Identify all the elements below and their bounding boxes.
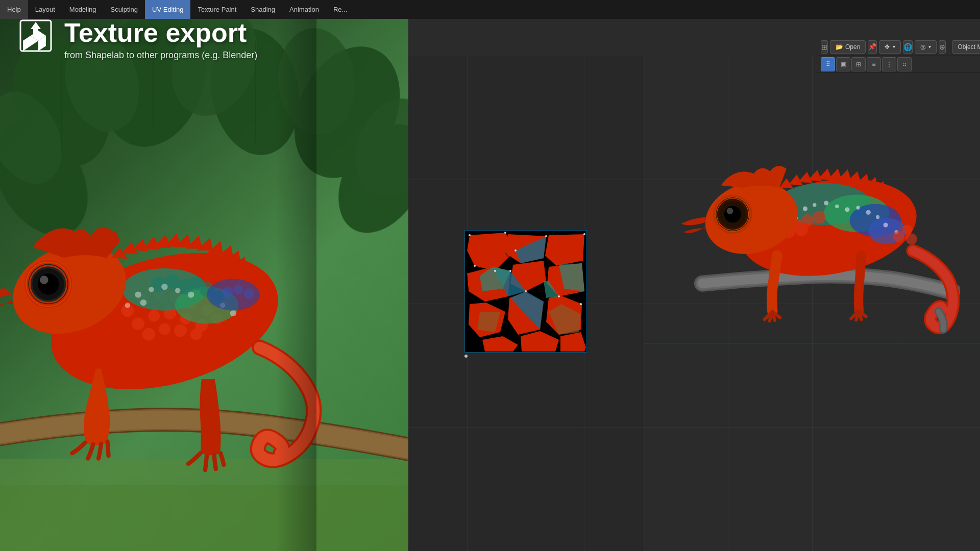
svg-point-41 (135, 291, 141, 297)
mode-lines-button[interactable]: ≡ (867, 57, 881, 71)
svg-marker-107 (464, 330, 469, 352)
chameleon-left-svg (0, 31, 408, 551)
svg-marker-156 (798, 172, 813, 183)
svg-point-109 (504, 232, 506, 234)
title-overlay: Texture export from Shapelab to other pr… (15, 15, 257, 61)
svg-point-113 (545, 235, 547, 237)
lines-icon: ≡ (872, 61, 875, 68)
menu-animation[interactable]: Animation (282, 0, 326, 19)
svg-point-110 (514, 249, 517, 252)
svg-point-108 (469, 234, 471, 236)
chameleon-3d-render (679, 81, 960, 336)
svg-point-24 (148, 310, 160, 322)
svg-point-144 (902, 224, 912, 235)
dots-icon: ⠿ (826, 61, 830, 68)
svg-point-45 (188, 291, 194, 297)
menu-shading[interactable]: Shading (243, 0, 282, 19)
snap-button[interactable]: ⊕ (939, 40, 946, 54)
transform-icon: ✥ (885, 43, 890, 51)
x-axis-line (644, 343, 980, 343)
svg-point-117 (558, 295, 560, 297)
folder-icon: 📂 (836, 43, 843, 51)
globe-icon: 🌐 (903, 43, 912, 51)
menu-help[interactable]: Help (0, 0, 28, 19)
menu-layout[interactable]: Layout (28, 0, 62, 19)
svg-point-42 (149, 287, 154, 292)
grid-icon: ⊞ (856, 61, 861, 68)
shapelab-logo (18, 18, 54, 54)
svg-point-29 (142, 328, 155, 341)
menu-uv-editing[interactable]: UV Editing (145, 0, 190, 19)
second-toolbar: ⊞ 📂 Open 📌 ✥ 🌐 ◎ ⊕ Object Mode View S (817, 38, 980, 56)
uv-canvas-marker (464, 355, 468, 358)
square-icon: ▣ (841, 61, 846, 68)
uv-texture-canvas[interactable] (464, 230, 587, 353)
promo-subtitle: from Shapelab to other programs (e.g. Bl… (64, 50, 257, 61)
promo-title-block: Texture export from Shapelab to other pr… (64, 15, 257, 61)
chameleon-3d-svg (679, 81, 960, 336)
pin-icon: 📌 (868, 43, 876, 51)
view-button[interactable]: ⊞ (821, 40, 828, 54)
dots2-icon: ⋮ (886, 61, 892, 68)
mode-pattern-button[interactable]: ⠶ (897, 57, 912, 71)
svg-point-130 (835, 205, 839, 208)
svg-point-115 (509, 270, 511, 272)
top-menubar: Help Layout Modeling Sculpting UV Editin… (0, 0, 980, 19)
mode-square-button[interactable]: ▣ (836, 57, 850, 71)
svg-point-142 (795, 223, 808, 236)
menu-texture-paint[interactable]: Texture Paint (190, 0, 243, 19)
svg-point-127 (803, 206, 807, 211)
promo-panel: Texture export from Shapelab to other pr… (0, 0, 408, 551)
svg-marker-157 (808, 170, 822, 182)
svg-point-151 (727, 208, 733, 214)
svg-point-116 (525, 290, 527, 292)
svg-point-58 (38, 273, 59, 294)
svg-point-23 (132, 317, 144, 330)
menu-rendering[interactable]: Re... (326, 0, 354, 19)
menu-modeling[interactable]: Modeling (62, 0, 104, 19)
pivot-button[interactable]: ◎ (915, 40, 937, 54)
svg-point-32 (190, 329, 202, 340)
svg-point-131 (845, 207, 849, 212)
promo-background: Texture export from Shapelab to other pr… (0, 0, 408, 551)
pattern-icon: ⠶ (902, 61, 907, 68)
svg-point-133 (866, 210, 871, 215)
svg-point-47 (140, 299, 146, 306)
promo-main-title: Texture export (64, 19, 257, 46)
svg-point-44 (175, 288, 180, 293)
panel-edge (276, 0, 316, 551)
blender-viewport-area: ⊞ 📂 Open 📌 ✥ 🌐 ◎ ⊕ Object Mode View S (408, 19, 980, 551)
3d-viewport (644, 56, 980, 551)
svg-marker-62 (112, 247, 128, 259)
svg-point-59 (40, 276, 48, 284)
svg-point-129 (824, 201, 828, 205)
pivot-icon: ◎ (920, 43, 925, 51)
pin-button[interactable]: 📌 (868, 40, 877, 54)
svg-point-112 (474, 265, 476, 267)
svg-point-53 (244, 288, 255, 299)
object-mode-button[interactable]: Object Mode (952, 40, 980, 54)
globe-button[interactable]: 🌐 (903, 40, 913, 54)
svg-point-49 (230, 310, 236, 316)
mode-dots2-button[interactable]: ⋮ (882, 57, 896, 71)
svg-point-52 (234, 285, 243, 294)
menu-sculpting[interactable]: Sculpting (104, 0, 145, 19)
svg-point-118 (580, 303, 582, 305)
svg-point-140 (813, 211, 826, 224)
svg-point-145 (906, 234, 917, 245)
svg-point-114 (583, 233, 585, 235)
svg-point-132 (856, 206, 860, 210)
third-toolbar: ⠿ ▣ ⊞ ≡ ⋮ ⠶ (817, 56, 980, 72)
mode-dots-button[interactable]: ⠿ (821, 57, 835, 71)
svg-point-143 (893, 231, 904, 242)
menu-items: Help Layout Modeling Sculpting UV Editin… (0, 0, 354, 19)
transform-button[interactable]: ✥ (879, 40, 901, 54)
mode-grid-button[interactable]: ⊞ (851, 57, 866, 71)
uv-map-svg (464, 230, 587, 353)
svg-point-31 (174, 324, 187, 337)
open-button[interactable]: 📂 Open (830, 40, 866, 54)
svg-point-111 (494, 270, 496, 272)
svg-point-30 (159, 323, 170, 335)
svg-point-150 (724, 206, 741, 223)
svg-point-134 (876, 215, 879, 219)
